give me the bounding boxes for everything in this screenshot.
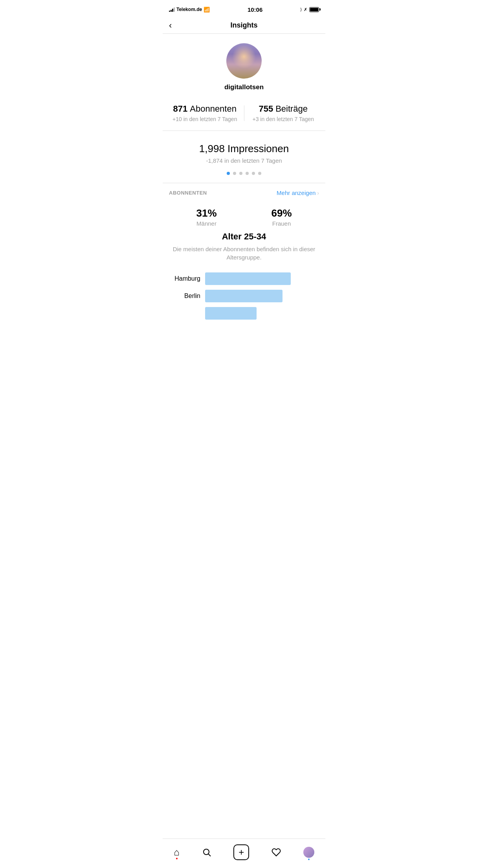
male-percentage: 31% <box>196 207 216 219</box>
bar-container-berlin <box>205 290 319 302</box>
mehr-anzeigen-button[interactable]: Mehr anzeigen › <box>277 189 319 196</box>
female-percentage: 69% <box>271 207 292 219</box>
posts-count: 755 <box>259 104 273 114</box>
female-label: Frauen <box>272 220 291 227</box>
abonnenten-title: ABONNENTEN <box>169 190 207 196</box>
status-left: Telekom.de 📶 <box>169 7 210 13</box>
page-title: Insights <box>230 21 257 29</box>
chevron-right-icon: › <box>317 190 319 196</box>
city-name-berlin: Berlin <box>169 292 200 300</box>
bar-fill-berlin <box>205 290 283 302</box>
mehr-anzeigen-label: Mehr anzeigen <box>277 189 316 196</box>
subscribers-sub: +10 in den letzten 7 Tagen <box>172 116 237 123</box>
location-icon: ⟩ <box>300 7 302 12</box>
bar-fill-hamburg <box>205 272 291 285</box>
dot-4[interactable] <box>246 172 249 175</box>
posts-label: Beiträge <box>275 104 308 114</box>
section-header: ABONNENTEN Mehr anzeigen › <box>169 183 319 201</box>
battery-icon <box>309 7 319 12</box>
bar-container-other <box>205 307 319 320</box>
stats-row: 871 Abonnenten +10 in den letzten 7 Tage… <box>163 104 325 131</box>
age-group: Alter 25-34 Die meisten deiner Abonnente… <box>169 232 319 261</box>
dot-2[interactable] <box>233 172 236 175</box>
posts-sub: +3 in den letzten 7 Tagen <box>252 116 314 123</box>
posts-stat: 755 Beiträge +3 in den letzten 7 Tagen <box>244 104 323 123</box>
back-button[interactable]: ‹ <box>169 21 172 30</box>
impressions-section: 1,998 Impressionen -1,874 in den letzten… <box>163 131 325 183</box>
signal-bars-icon <box>169 7 175 12</box>
dot-5[interactable] <box>252 172 255 175</box>
bar-fill-other <box>205 307 257 320</box>
carousel-dots <box>227 172 261 175</box>
wifi-icon: 📶 <box>204 7 210 13</box>
profile-section: digitallotsen <box>163 34 325 104</box>
bluetooth-icon: ✗ <box>304 7 307 12</box>
avatar-image <box>226 43 262 79</box>
avatar <box>226 43 262 79</box>
city-name-hamburg: Hamburg <box>169 275 200 282</box>
status-time: 10:06 <box>248 6 262 13</box>
abonnenten-section: ABONNENTEN Mehr anzeigen › 31% Männer 69… <box>163 183 325 320</box>
age-description: Die meisten deiner Abonnenten befinden s… <box>169 245 319 261</box>
status-bar: Telekom.de 📶 10:06 ⟩ ✗ <box>163 0 325 17</box>
impressions-main: 1,998 Impressionen <box>199 143 289 155</box>
city-bar-other <box>169 307 319 320</box>
gender-row: 31% Männer 69% Frauen <box>169 201 319 232</box>
age-range: Alter 25-34 <box>169 232 319 242</box>
impressions-sub: -1,874 in den letzten 7 Tagen <box>206 157 282 164</box>
city-bar-hamburg: Hamburg <box>169 272 319 285</box>
subscribers-stat: 871 Abonnenten +10 in den letzten 7 Tage… <box>166 104 244 123</box>
subscribers-label: Abonnenten <box>190 104 237 114</box>
city-bars: Hamburg Berlin <box>169 265 319 320</box>
male-label: Männer <box>196 220 216 227</box>
bar-container-hamburg <box>205 272 319 285</box>
gender-male: 31% Männer <box>196 207 216 227</box>
gender-female: 69% Frauen <box>271 207 292 227</box>
subscribers-count: 871 <box>173 104 188 114</box>
nav-bar: ‹ Insights <box>163 17 325 34</box>
dot-6[interactable] <box>258 172 261 175</box>
status-right: ⟩ ✗ <box>300 7 319 12</box>
username: digitallotsen <box>224 83 264 91</box>
dot-1[interactable] <box>227 172 230 175</box>
dot-3[interactable] <box>239 172 242 175</box>
carrier-label: Telekom.de <box>176 7 202 12</box>
city-bar-berlin: Berlin <box>169 290 319 302</box>
